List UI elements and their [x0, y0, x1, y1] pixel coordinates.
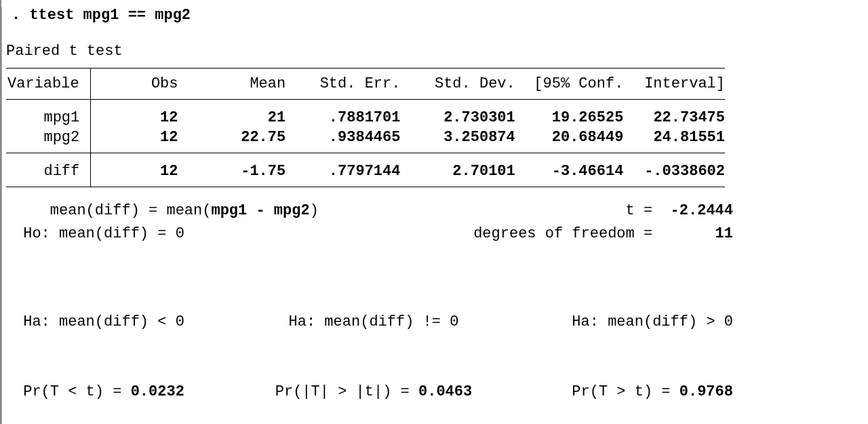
cell-sd: 3.250874: [400, 128, 515, 153]
cell-mean: 22.75: [178, 128, 286, 153]
header-variable: Variable: [6, 69, 91, 100]
summary-block: mean(diff) = mean(mpg1 - mpg2) t = -2.24…: [6, 199, 733, 246]
table-header-row: Variable Obs Mean Std. Err. Std. Dev. [9…: [6, 69, 725, 100]
table-row: mpg1 12 21 .7881701 2.730301 19.26525 22…: [6, 100, 725, 128]
header-mean: Mean: [178, 69, 286, 100]
cell-obs: 12: [91, 128, 178, 153]
command-line: . ttest mpg1 == mpg2: [6, 7, 868, 24]
cell-lo: 19.26525: [515, 100, 624, 128]
header-sd: Std. Dev.: [400, 69, 515, 100]
mean-diff-definition: mean(diff) = mean(mpg1 - mpg2): [14, 199, 319, 223]
degrees-of-freedom: degrees of freedom = 11: [473, 223, 733, 246]
cell-se: .9384465: [285, 128, 400, 153]
cell-var: mpg2: [6, 128, 91, 153]
cell-hi: 24.81551: [623, 128, 725, 153]
ttest-table: Variable Obs Mean Std. Err. Std. Dev. [9…: [6, 68, 725, 187]
hypothesis-left: Ha: mean(diff) < 0 Pr(T < t) = 0.0232: [14, 265, 254, 424]
cell-lo: -3.46614: [515, 153, 624, 187]
cell-lo: 20.68449: [515, 128, 624, 153]
cell-obs: 12: [91, 100, 178, 128]
t-statistic: t = -2.2444: [626, 199, 733, 223]
cell-se: .7797144: [285, 153, 400, 187]
header-obs: Obs: [91, 69, 178, 100]
p-value-line: Pr(T < t) = 0.0232: [14, 381, 254, 404]
cell-mean: 21: [178, 100, 286, 128]
ha-label: Ha: mean(diff) > 0: [494, 311, 733, 334]
p-value-line: Pr(|T| > |t|) = 0.0463: [254, 381, 493, 404]
alternative-hypotheses: Ha: mean(diff) < 0 Pr(T < t) = 0.0232 Ha…: [6, 265, 733, 424]
hypothesis-right: Ha: mean(diff) > 0 Pr(T > t) = 0.9768: [494, 265, 733, 424]
table-row: diff 12 -1.75 .7797144 2.70101 -3.46614 …: [6, 153, 725, 187]
test-title: Paired t test: [6, 43, 868, 60]
cell-hi: 22.73475: [623, 100, 725, 128]
table-row: mpg2 12 22.75 .9384465 3.250874 20.68449…: [6, 128, 725, 153]
null-hypothesis: Ho: mean(diff) = 0: [14, 223, 184, 246]
ha-label: Ha: mean(diff) != 0: [254, 311, 493, 334]
cell-sd: 2.70101: [400, 153, 515, 187]
cell-hi: -.0338602: [623, 153, 725, 187]
cell-sd: 2.730301: [400, 100, 515, 128]
cell-se: .7881701: [285, 100, 400, 128]
header-ci-hi: Interval]: [623, 69, 725, 100]
header-se: Std. Err.: [285, 69, 400, 100]
cell-var: mpg1: [6, 100, 91, 128]
p-value-line: Pr(T > t) = 0.9768: [494, 381, 733, 404]
hypothesis-center: Ha: mean(diff) != 0 Pr(|T| > |t|) = 0.04…: [254, 265, 493, 424]
header-ci-lo: [95% Conf.: [515, 69, 624, 100]
cell-var: diff: [6, 153, 91, 187]
ha-label: Ha: mean(diff) < 0: [14, 311, 254, 334]
cell-obs: 12: [91, 153, 178, 187]
cell-mean: -1.75: [178, 153, 286, 187]
